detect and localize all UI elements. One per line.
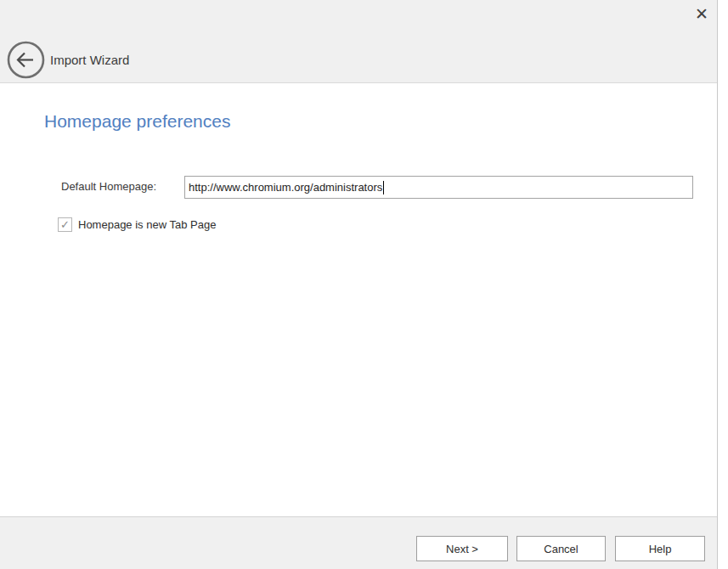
homepage-input[interactable]: http://www.chromium.org/administrators <box>184 176 693 199</box>
help-button[interactable]: Help <box>615 536 705 561</box>
next-button[interactable]: Next > <box>416 536 508 561</box>
wizard-header: ✕ Import Wizard <box>0 0 717 83</box>
wizard-footer: Next > Cancel Help <box>0 516 717 569</box>
wizard-title: Import Wizard <box>50 53 129 67</box>
page-title: Homepage preferences <box>44 111 230 132</box>
newtab-checkbox-row[interactable]: ✓ Homepage is new Tab Page <box>58 217 216 232</box>
back-arrow-icon <box>7 67 45 82</box>
close-icon: ✕ <box>695 6 708 22</box>
import-wizard-dialog: ✕ Import Wizard Homepage preferences Def… <box>0 0 718 569</box>
text-caret <box>383 181 384 194</box>
wizard-content: Homepage preferences Default Homepage: h… <box>0 84 717 516</box>
homepage-label: Default Homepage: <box>61 180 156 193</box>
checkmark-icon: ✓ <box>60 219 70 230</box>
newtab-checkbox-label: Homepage is new Tab Page <box>78 218 216 231</box>
back-button[interactable] <box>7 41 45 79</box>
homepage-input-value: http://www.chromium.org/administrators <box>189 181 382 194</box>
close-button[interactable]: ✕ <box>689 2 714 25</box>
cancel-button[interactable]: Cancel <box>516 536 606 561</box>
newtab-checkbox[interactable]: ✓ <box>58 217 72 232</box>
